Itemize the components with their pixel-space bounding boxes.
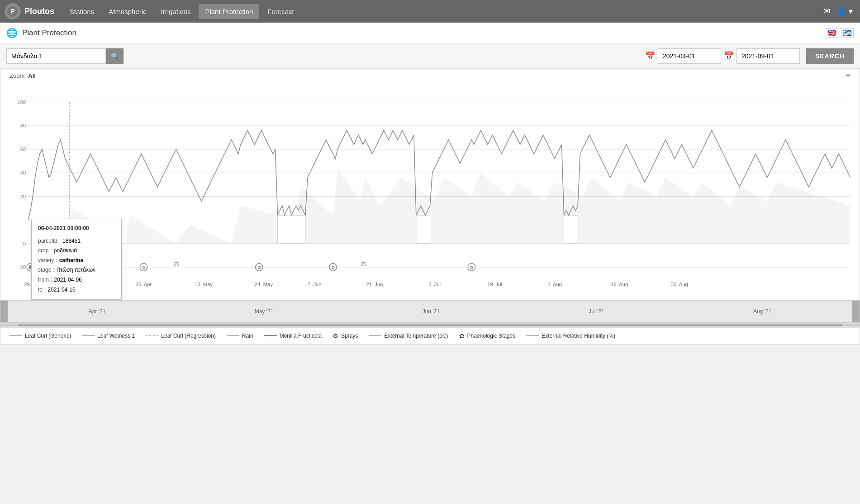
svg-text:60: 60	[20, 146, 26, 152]
svg-rect-17	[416, 215, 430, 244]
svg-text:26. Apr: 26. Apr	[136, 282, 152, 287]
svg-text:✿: ✿	[29, 265, 32, 270]
svg-text:0: 0	[23, 241, 26, 246]
scrollbar-track	[0, 324, 860, 326]
station-search-group: 🔍	[6, 48, 124, 64]
svg-rect-16	[278, 215, 305, 244]
timeline-handle-left[interactable]	[0, 301, 8, 322]
mini-timeline: Apr '21 May '21 Jun '21 Jul '21 Aug '21	[0, 300, 860, 323]
svg-text:✿: ✿	[142, 265, 146, 270]
legend-line-leaf-curl-generic	[10, 335, 22, 336]
legend-ext-humidity: External Relative Humidity (%)	[526, 332, 615, 339]
mini-label-aug: Aug '21	[753, 308, 771, 315]
date-from-input[interactable]	[658, 48, 721, 64]
legend-label-ext-humidity: External Relative Humidity (%)	[542, 333, 615, 339]
user-icon[interactable]: 👤 ▾	[836, 6, 853, 16]
mini-label-jun: Jun '21	[423, 308, 440, 315]
legend-label-ext-temp: External Temperature (oC)	[384, 333, 448, 339]
legend-label-leaf-curl-regression: Leaf Curl (Regression)	[161, 333, 216, 339]
nav-forecast[interactable]: Forecast	[261, 4, 300, 19]
station-search-button[interactable]: 🔍	[106, 48, 124, 64]
nav-irrigations[interactable]: Irrigations	[155, 4, 197, 19]
svg-text:10. May: 10. May	[195, 282, 213, 287]
svg-text:30. Aug: 30. Aug	[671, 282, 688, 287]
nav-plant-protection[interactable]: Plant Protection	[199, 4, 259, 19]
svg-text:100: 100	[17, 99, 26, 105]
h-scrollbar[interactable]	[0, 323, 860, 327]
calendar-from-icon[interactable]: 📅	[645, 51, 655, 61]
legend-line-ext-temp	[369, 335, 381, 336]
svg-text:16. Aug: 16. Aug	[611, 282, 628, 287]
svg-text:24. May: 24. May	[255, 282, 273, 287]
chart-container: Zoom All ≡ 100 80 60 40 20 0 -20	[0, 69, 860, 344]
svg-text:⚖: ⚖	[361, 260, 366, 268]
nav-atmospheric[interactable]: Atmospheric	[102, 4, 152, 19]
svg-text:29. ...: 29. ...	[24, 282, 37, 287]
chart-menu-icon[interactable]: ≡	[846, 71, 850, 80]
timeline-handle-right[interactable]	[852, 301, 860, 322]
mini-label-apr: Apr '21	[89, 308, 106, 315]
search-bar: 🔍 📅 📅 SEARCH	[0, 43, 860, 69]
legend-line-leaf-curl-regression	[146, 335, 158, 336]
svg-text:21. Jun: 21. Jun	[366, 282, 383, 287]
svg-text:✿: ✿	[257, 265, 261, 270]
logo-icon: P	[5, 3, 21, 19]
svg-rect-18	[564, 215, 578, 244]
legend-line-leaf-wetness	[82, 335, 95, 336]
scrollbar-thumb[interactable]	[18, 324, 842, 326]
legend-phaenologic: ✿ Phaenologic Stages	[459, 332, 516, 339]
date-range-group: 📅 📅 SEARCH	[645, 48, 854, 64]
svg-text:7. Jun: 7. Jun	[308, 282, 322, 287]
legend-monilia: Monilia Fructicola	[264, 332, 322, 339]
navbar: P Ploutos Stations Atmospheric Irrigatio…	[0, 0, 860, 23]
zoom-label: Zoom	[10, 72, 24, 79]
legend-rain: Rain	[227, 332, 253, 339]
chart-legend: Leaf Curl (Generic) Leaf Wetness 1 Leaf …	[0, 327, 860, 344]
legend-label-sprays: Sprays	[341, 333, 358, 339]
legend-label-rain: Rain	[242, 333, 253, 339]
sprays-icon: ⚙	[333, 332, 338, 339]
svg-text:12. Apr: 12. Apr	[85, 282, 101, 287]
page-title: Plant Protection	[22, 28, 76, 38]
svg-text:P: P	[10, 8, 14, 15]
svg-text:40: 40	[20, 170, 26, 175]
globe-icon: 🌐	[6, 28, 18, 38]
legend-leaf-curl-generic: Leaf Curl (Generic)	[10, 332, 71, 339]
legend-label-leaf-curl-generic: Leaf Curl (Generic)	[25, 333, 71, 339]
flag-gr[interactable]: 🇬🇷	[841, 28, 854, 38]
mini-timeline-labels: Apr '21 May '21 Jun '21 Jul '21 Aug '21	[0, 301, 860, 322]
svg-text:2. Aug: 2. Aug	[547, 282, 562, 287]
legend-leaf-wetness: Leaf Wetness 1	[82, 332, 135, 339]
svg-text:5. Jul: 5. Jul	[428, 282, 441, 287]
breadcrumb-bar: 🌐 Plant Protection 🇬🇧 🇬🇷	[0, 23, 860, 43]
mini-label-may: May '21	[255, 308, 274, 315]
flag-buttons: 🇬🇧 🇬🇷	[826, 28, 854, 38]
nav-menu: Stations Atmospheric Irrigations Plant P…	[63, 4, 300, 19]
legend-label-monilia: Monilia Fructicola	[280, 333, 322, 339]
svg-text:80: 80	[20, 123, 26, 128]
zoom-bar: Zoom All ≡	[0, 69, 860, 83]
chart-svg: 100 80 60 40 20 0 -20 ✿	[0, 83, 860, 300]
legend-label-leaf-wetness: Leaf Wetness 1	[97, 333, 135, 339]
logo[interactable]: P Ploutos	[5, 3, 54, 19]
svg-text:✿: ✿	[331, 265, 335, 270]
zoom-all-button[interactable]: All	[28, 72, 36, 79]
date-to-input[interactable]	[736, 48, 800, 64]
svg-text:20: 20	[20, 194, 26, 199]
station-input[interactable]	[6, 48, 106, 64]
svg-text:⚖: ⚖	[174, 260, 180, 268]
mail-icon[interactable]: ✉	[823, 6, 830, 16]
calendar-to-icon[interactable]: 📅	[724, 51, 734, 61]
svg-text:✿: ✿	[470, 265, 473, 270]
navbar-right: ✉ 👤 ▾	[823, 6, 853, 16]
main-chart: 100 80 60 40 20 0 -20 ✿	[0, 83, 860, 300]
search-button[interactable]: SEARCH	[806, 48, 854, 64]
flag-uk[interactable]: 🇬🇧	[826, 28, 838, 38]
mini-label-jul: Jul '21	[589, 308, 604, 315]
logo-text: Ploutos	[24, 7, 54, 16]
svg-text:-20: -20	[19, 264, 26, 270]
legend-leaf-curl-regression: Leaf Curl (Regression)	[146, 332, 216, 339]
legend-label-phaenologic: Phaenologic Stages	[467, 333, 516, 339]
legend-line-monilia	[264, 335, 277, 336]
nav-stations[interactable]: Stations	[63, 4, 100, 19]
